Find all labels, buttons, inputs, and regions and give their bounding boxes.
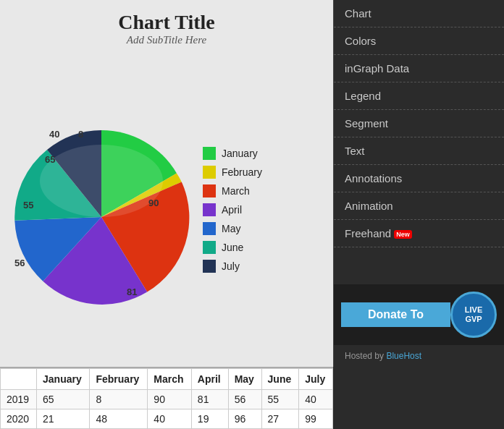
main-area: Chart Title Add SubTitle Here (0, 0, 504, 367)
table-header-may: May (228, 369, 261, 390)
legend-item-april: April (203, 203, 262, 216)
label-mar: 90 (148, 197, 159, 208)
hosted-area: Hosted by BlueHost (334, 345, 504, 367)
label-jan: 65 (45, 154, 55, 165)
table-cell: 56 (228, 390, 261, 409)
table-header-april: April (191, 369, 228, 390)
livevp-logo: LIVEGVP (450, 292, 497, 338)
sidebar-item-chart[interactable]: Chart (334, 0, 504, 27)
label-feb: 8 (78, 129, 83, 140)
legend-color-february (203, 166, 216, 179)
sidebar-bottom-filler (333, 367, 504, 429)
table-cell: 21 (37, 409, 90, 429)
table-cell: 40 (148, 409, 191, 429)
sidebar: ChartColorsinGraph DataLegendSegmentText… (333, 0, 504, 367)
legend-label-june: June (222, 242, 243, 253)
hosted-text: Hosted by (345, 351, 386, 361)
table-cell: 40 (299, 390, 333, 409)
data-table: JanuaryFebruaryMarchAprilMayJuneJuly2019… (0, 368, 333, 429)
table-header-july: July (299, 369, 333, 390)
sidebar-item-segment[interactable]: Segment (334, 110, 504, 137)
legend-item-january: January (203, 147, 262, 160)
legend-color-april (203, 203, 216, 216)
chart-content: 65 8 90 81 56 55 40 JanuaryFebruaryMarch… (0, 52, 333, 367)
donate-button[interactable]: Donate To (341, 302, 450, 327)
table-cell: 96 (228, 409, 261, 429)
pie-svg: 65 8 90 81 56 55 40 (7, 109, 196, 311)
chart-subtitle: Add SubTitle Here (127, 34, 206, 46)
legend-label-april: April (222, 204, 242, 216)
table-cell: 65 (37, 390, 90, 409)
bottom-area: JanuaryFebruaryMarchAprilMayJuneJuly2019… (0, 367, 504, 429)
pie-chart: 65 8 90 81 56 55 40 (7, 109, 196, 311)
table-cell: 19 (191, 409, 228, 429)
table-header- (1, 369, 37, 390)
donate-area: Donate To LIVEGVP (334, 284, 504, 345)
legend-color-january (203, 147, 216, 160)
table-header-march: March (148, 369, 191, 390)
table-cell: 27 (261, 409, 299, 429)
table-header-june: June (261, 369, 299, 390)
table-cell: 48 (90, 409, 148, 429)
chart-title: Chart Title (118, 11, 215, 34)
legend-label-february: February (222, 166, 262, 178)
legend-item-july: July (203, 260, 262, 273)
legend-item-june: June (203, 241, 262, 254)
legend-label-july: July (222, 260, 240, 272)
legend-item-may: May (203, 222, 262, 235)
legend-label-january: January (222, 148, 258, 159)
legend-area: JanuaryFebruaryMarchAprilMayJuneJuly (203, 147, 262, 273)
sidebar-item-colors[interactable]: Colors (334, 27, 504, 55)
table-cell: 55 (261, 390, 299, 409)
sidebar-item-text[interactable]: Text (334, 137, 504, 165)
sidebar-item-freehand[interactable]: FreehandNew (334, 220, 504, 247)
legend-label-march: March (222, 185, 250, 197)
sidebar-item-legend[interactable]: Legend (334, 82, 504, 110)
table-header-january: January (37, 369, 90, 390)
sidebar-item-ingraph-data[interactable]: inGraph Data (334, 55, 504, 82)
pie-highlight (40, 145, 163, 217)
table-cell: 99 (299, 409, 333, 429)
legend-item-february: February (203, 166, 262, 179)
legend-item-march: March (203, 184, 262, 197)
data-table-area: JanuaryFebruaryMarchAprilMayJuneJuly2019… (0, 367, 333, 429)
table-row: 20196589081565540 (1, 390, 333, 409)
chart-area: Chart Title Add SubTitle Here (0, 0, 333, 367)
legend-color-may (203, 222, 216, 235)
label-apr: 81 (127, 286, 137, 297)
table-header-february: February (90, 369, 148, 390)
bluehost-link[interactable]: BlueHost (386, 351, 421, 361)
sidebar-item-animation[interactable]: Animation (334, 192, 504, 220)
legend-color-march (203, 184, 216, 197)
table-row: 202021484019962799 (1, 409, 333, 429)
new-badge-freehand: New (394, 230, 412, 239)
legend-color-june (203, 241, 216, 254)
label-jun: 55 (23, 200, 33, 211)
legend-color-july (203, 260, 216, 273)
table-cell: 81 (191, 390, 228, 409)
table-cell: 90 (148, 390, 191, 409)
label-jul: 40 (49, 129, 59, 140)
table-year: 2019 (1, 390, 37, 409)
legend-label-may: May (222, 223, 240, 234)
sidebar-item-annotations[interactable]: Annotations (334, 165, 504, 192)
table-year: 2020 (1, 409, 37, 429)
label-may: 56 (14, 258, 25, 268)
table-cell: 8 (90, 390, 148, 409)
